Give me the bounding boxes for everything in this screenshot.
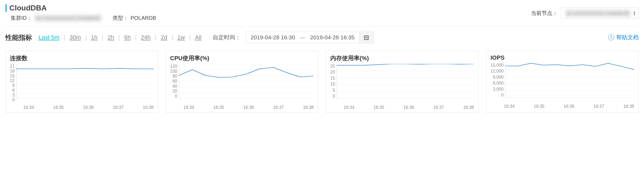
title-accent-bar — [5, 4, 7, 12]
plot-area — [337, 64, 474, 99]
chart-card-2: 内存使用率(%)252015105016:3416:3516:3616:3716… — [326, 51, 479, 113]
range-link-24h[interactable]: 24h — [140, 34, 151, 41]
current-node-select[interactable]: pi-xxxxxxxxxxxx (masked) ▲▼ — [561, 7, 639, 19]
x-axis: 16:3416:3516:3616:3716:38 — [491, 104, 634, 109]
x-axis: 16:3416:3516:3616:3716:38 — [330, 105, 474, 110]
y-tick: 5 — [333, 88, 335, 93]
y-tick: 0 — [501, 93, 504, 98]
x-tick: 16:35 — [374, 105, 384, 110]
chart-title: 连接数 — [10, 54, 154, 62]
y-tick: 12 — [10, 78, 15, 83]
help-label: 帮助文档 — [616, 34, 639, 41]
page-header: CloudDBA 集群ID： pc-xxxxxxxxxxxx (masked) … — [5, 2, 639, 25]
chart-card-1: CPU使用率(%)12010080604020016:3416:3516:361… — [166, 51, 319, 113]
calendar-icon — [363, 34, 369, 40]
time-range-input[interactable]: 2019-04-28 16:30 — 2019-04-28 16:35 — [246, 32, 360, 43]
y-tick: 9,000 — [493, 75, 503, 80]
x-tick: 16:36 — [564, 104, 574, 109]
chart-card-3: IOPS15,00012,0009,0006,0003,000016:3416:… — [486, 51, 639, 113]
x-tick: 16:34 — [184, 105, 194, 110]
section-title: 性能指标 — [5, 33, 32, 42]
x-tick: 16:37 — [593, 104, 604, 109]
help-link[interactable]: ? 帮助文档 — [608, 34, 639, 41]
y-tick: 9 — [12, 83, 15, 88]
header-left: CloudDBA 集群ID： pc-xxxxxxxxxxxx (masked) … — [5, 4, 156, 22]
range-link-2d[interactable]: 2d — [160, 34, 168, 41]
chart-title: 内存使用率(%) — [330, 54, 474, 62]
y-axis: 120100806040200 — [170, 64, 179, 99]
range-link-last-5m[interactable]: Last 5m — [38, 34, 60, 41]
y-tick: 6 — [12, 88, 15, 93]
divider — [5, 26, 639, 27]
y-tick: 10 — [330, 82, 335, 87]
x-tick: 16:37 — [433, 105, 444, 110]
type-pair: 类型： POLARDB — [112, 14, 156, 22]
help-icon: ? — [608, 34, 614, 40]
range-link-1h[interactable]: 1h — [91, 34, 98, 41]
x-tick: 16:38 — [463, 105, 474, 110]
x-tick: 16:36 — [243, 105, 254, 110]
calendar-button[interactable] — [360, 32, 374, 43]
range-separator: | — [118, 34, 120, 41]
range-separator: | — [102, 34, 103, 41]
range-link-1w[interactable]: 1w — [177, 34, 185, 41]
y-tick: 80 — [172, 74, 177, 79]
time-to: 2019-04-28 16:35 — [310, 34, 355, 41]
x-tick: 16:35 — [213, 105, 224, 110]
y-tick: 0 — [333, 94, 335, 99]
x-tick: 16:35 — [53, 105, 64, 110]
y-axis: 2520151050 — [330, 64, 337, 99]
x-tick: 16:36 — [404, 105, 414, 110]
range-link-all[interactable]: All — [195, 34, 202, 41]
chart-body: 211815129630 — [10, 64, 154, 104]
x-tick: 16:36 — [83, 105, 94, 110]
charts-row: 连接数21181512963016:3416:3516:3616:3716:38… — [5, 51, 639, 113]
y-tick: 20 — [172, 89, 177, 94]
range-separator: | — [189, 34, 191, 41]
y-tick: 0 — [175, 94, 177, 99]
y-axis: 15,00012,0009,0006,0003,0000 — [491, 63, 505, 98]
type-value: POLARDB — [131, 15, 156, 21]
toolbar-left: 性能指标 Last 5m|30m|1h|2h|6h|24h|2d|1w|All … — [5, 32, 374, 43]
range-link-30m[interactable]: 30m — [69, 34, 82, 41]
range-separator: | — [155, 34, 157, 41]
y-tick: 12,000 — [491, 69, 504, 74]
page-title: CloudDBA — [9, 4, 47, 12]
range-separator: | — [172, 34, 173, 41]
x-tick: 16:34 — [344, 105, 354, 110]
range-separator: | — [64, 34, 65, 41]
chart-body: 15,00012,0009,0006,0003,0000 — [491, 63, 634, 103]
range-separator: | — [135, 34, 137, 41]
x-tick: 16:37 — [113, 105, 124, 110]
x-tick: 16:34 — [504, 104, 515, 109]
y-tick: 15 — [330, 76, 335, 81]
y-tick: 15,000 — [491, 63, 504, 68]
y-tick: 25 — [330, 64, 335, 69]
range-separator: | — [85, 34, 87, 41]
plot-area — [179, 64, 314, 99]
x-tick: 16:38 — [303, 105, 314, 110]
x-tick: 16:37 — [273, 105, 284, 110]
y-axis: 211815129630 — [10, 64, 16, 99]
y-tick: 3,000 — [493, 87, 503, 92]
meta-line: 集群ID： pc-xxxxxxxxxxxx (masked) 类型： POLAR… — [5, 14, 156, 22]
x-tick: 16:35 — [534, 104, 544, 109]
y-tick: 15 — [10, 74, 15, 78]
chart-body: 120100806040200 — [170, 64, 314, 104]
current-node-label: 当前节点： — [531, 10, 558, 17]
toolbar: 性能指标 Last 5m|30m|1h|2h|6h|24h|2d|1w|All … — [5, 32, 639, 43]
y-tick: 20 — [330, 70, 335, 75]
time-from: 2019-04-28 16:30 — [251, 34, 295, 41]
plot-area — [16, 64, 154, 99]
range-link-6h[interactable]: 6h — [124, 34, 131, 41]
y-tick: 100 — [170, 69, 177, 74]
y-tick: 120 — [170, 64, 177, 69]
range-link-2h[interactable]: 2h — [107, 34, 115, 41]
chart-title: IOPS — [491, 54, 634, 61]
y-tick: 21 — [10, 64, 15, 69]
chart-body: 2520151050 — [330, 64, 474, 104]
select-arrow-icon: ▲▼ — [633, 11, 636, 16]
title-line: CloudDBA — [5, 4, 156, 12]
chart-card-0: 连接数21181512963016:3416:3516:3616:3716:38 — [5, 51, 158, 113]
chart-title: CPU使用率(%) — [170, 54, 314, 62]
